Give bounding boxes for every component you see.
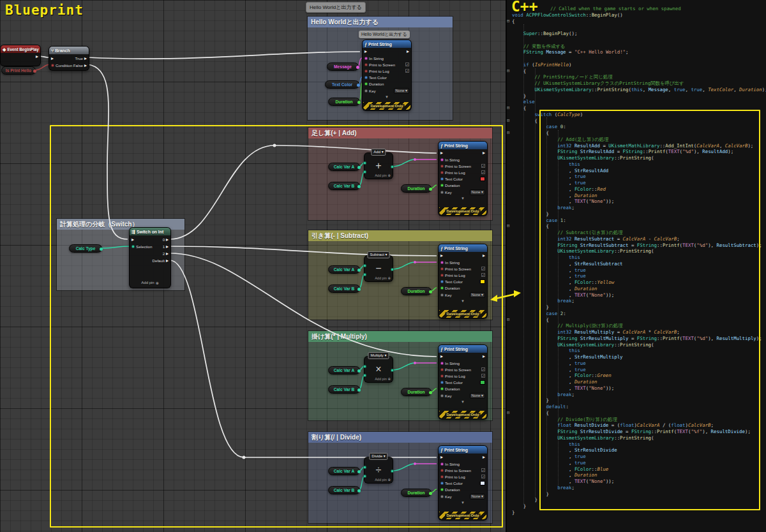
event-beginplay-header[interactable]: ◈ Event BeginPlay (1, 45, 40, 53)
duration-pill-multiply[interactable]: Duration (401, 388, 432, 396)
checkbox[interactable]: ✓ (481, 475, 485, 478)
exec-in-pin[interactable]: ▸ (131, 237, 134, 242)
duration-pill-divide[interactable]: Duration (401, 489, 432, 497)
duration-pill-subtract[interactable]: Duration (401, 287, 432, 295)
op-node-subtract-in-a-pin[interactable] (363, 264, 366, 267)
key-dropdown[interactable]: None ▾ (470, 189, 485, 195)
reroute-dot[interactable] (273, 144, 276, 147)
pin-key[interactable] (440, 394, 444, 397)
pin-key[interactable] (440, 293, 444, 297)
calc-var-b-pill-subtract-out-pin[interactable] (357, 288, 361, 291)
op-node-divide[interactable]: Divide ▾÷Add pin ⊕ (364, 457, 393, 484)
exec-out-pin[interactable]: ▸ (483, 253, 485, 258)
op-node-multiply-dropdown[interactable]: Multiply ▾ (368, 352, 389, 359)
pin-print-to-screen[interactable] (364, 63, 368, 66)
pin-text-color[interactable] (440, 177, 444, 181)
exec-in-pin[interactable]: ▸ (364, 49, 367, 54)
comment-multiply-title[interactable]: 掛け算(* | Multiply) (308, 331, 492, 342)
checkbox[interactable]: ✓ (405, 63, 409, 66)
calc-var-b-pill-divide-out-pin[interactable] (357, 489, 361, 492)
exec-in-pin[interactable]: ▸ (440, 151, 443, 156)
event-beginplay-node[interactable]: ◈ Event BeginPlay ▸ (0, 45, 41, 66)
calc-type-pill[interactable]: Calc Type (69, 244, 102, 253)
print-string-divide-header[interactable]: ƒPrint String (439, 446, 487, 454)
op-node-add-out-pin[interactable] (391, 165, 394, 168)
checkbox[interactable]: ✓ (481, 164, 485, 168)
duration-pill-hello[interactable]: Duration (328, 98, 360, 106)
pin-text-color[interactable] (440, 482, 444, 485)
calc-var-a-pill-add[interactable]: Calc Var A (328, 163, 360, 171)
calc-var-b-pill-subtract[interactable]: Calc Var B (328, 284, 360, 293)
duration-pill-add-out-pin[interactable] (429, 188, 432, 191)
add-pin-button[interactable]: Add pin ⊕ (375, 276, 391, 280)
op-node-subtract-in-b-pin[interactable] (363, 273, 366, 276)
text-color-pill-out-pin[interactable] (357, 84, 360, 87)
op-node-multiply-in-a-pin[interactable] (363, 365, 366, 368)
checkbox[interactable]: ✓ (481, 273, 485, 277)
comment-hello-title[interactable]: Hello Worldと出力する (308, 17, 453, 27)
case-default-exec-pin[interactable]: ▸ (166, 258, 169, 263)
calc-var-b-pill-divide[interactable]: Calc Var B (328, 486, 360, 494)
checkbox[interactable]: ✓ (481, 170, 485, 174)
fold-marker-icon[interactable]: ⊟ (507, 223, 509, 230)
print-string-add-header[interactable]: ƒPrint String (439, 142, 487, 149)
print-string-hello[interactable]: ƒPrint String▸▸In StringPrint to Screen✓… (362, 40, 412, 111)
message-pill-out-pin[interactable] (356, 66, 359, 69)
add-pin-button[interactable]: Add pin ⊕ (375, 478, 391, 482)
pin-print-to-screen[interactable] (440, 165, 444, 168)
pin-text-color[interactable] (440, 381, 444, 384)
op-node-divide-in-b-pin[interactable] (363, 475, 366, 478)
comment-subtract-title[interactable]: 引き算(- | Subtract) (308, 230, 492, 241)
op-node-divide-dropdown[interactable]: Divide ▾ (369, 453, 387, 460)
add-pin-button[interactable]: Add pin ⊕ (375, 377, 391, 381)
pin-duration[interactable] (440, 286, 444, 290)
calc-var-b-pill-add-out-pin[interactable] (357, 185, 361, 188)
exec-out-pin[interactable]: ▸ (483, 455, 485, 460)
comment-add-title[interactable]: 足し算(+ | Add) (308, 128, 492, 138)
checkbox[interactable]: ✓ (481, 367, 485, 371)
false-exec-pin[interactable]: ▸ (84, 63, 87, 68)
checkbox[interactable]: ✓ (481, 267, 485, 270)
exec-out-pin[interactable]: ▸ (36, 54, 38, 59)
pin-duration[interactable] (440, 184, 444, 187)
pin-in-string[interactable] (440, 362, 444, 365)
pin-key[interactable] (440, 495, 444, 498)
switch-on-int-header[interactable]: ⇶ Switch on Int (130, 228, 170, 235)
collapse-arrow[interactable]: ▼ (439, 196, 487, 201)
pin-print-to-screen[interactable] (440, 368, 444, 371)
text-color-pill[interactable]: Text Color (325, 80, 359, 89)
op-node-multiply-out-pin[interactable] (391, 369, 394, 372)
print-string-multiply-header[interactable]: ƒPrint String (439, 345, 487, 353)
op-node-divide-in-a-pin[interactable] (363, 466, 366, 469)
branch-header[interactable]: ⑂ Branch (49, 47, 89, 54)
calc-var-a-pill-subtract-out-pin[interactable] (357, 269, 361, 272)
op-node-divide-out-pin[interactable] (391, 469, 394, 473)
reroute-dot[interactable] (243, 456, 246, 459)
code-editor[interactable]: // Called when the game starts or when s… (507, 6, 766, 516)
calc-type-pill-out-pin[interactable] (100, 248, 103, 251)
fold-marker-icon[interactable]: ⊟ (507, 317, 509, 323)
color-swatch[interactable] (480, 380, 485, 385)
exec-out-pin[interactable]: ▸ (407, 49, 409, 54)
op-node-add[interactable]: Add ▾+Add pin ⊕ (364, 152, 393, 179)
color-swatch[interactable] (480, 481, 485, 485)
color-swatch[interactable] (480, 177, 485, 181)
op-node-add-in-a-pin[interactable] (363, 161, 366, 165)
pin-print-to-log[interactable] (364, 70, 368, 73)
pin-print-to-log[interactable] (440, 374, 444, 378)
duration-pill-multiply-out-pin[interactable] (429, 391, 432, 394)
exec-out-pin[interactable]: ▸ (483, 151, 485, 156)
print-string-add[interactable]: ƒPrint String▸▸In StringPrint to Screen✓… (438, 141, 488, 216)
collapse-arrow[interactable]: ▼ (363, 94, 411, 100)
print-string-hello-header[interactable]: ƒPrint String (363, 40, 411, 48)
fold-marker-icon[interactable]: ⊟ (507, 105, 509, 112)
checkbox[interactable]: ✓ (405, 69, 409, 73)
branch-node[interactable]: ⑂ Branch ▸ Condition True ▸ (49, 46, 89, 71)
op-node-multiply-in-b-pin[interactable] (363, 374, 366, 377)
pin-key[interactable] (440, 191, 444, 194)
pin-in-string[interactable] (440, 462, 444, 466)
is-print-hello-pill-out-pin[interactable] (33, 70, 36, 73)
duration-pill-add[interactable]: Duration (401, 184, 432, 193)
collapse-arrow[interactable]: ▼ (439, 500, 487, 505)
pin-print-to-log[interactable] (440, 475, 444, 478)
